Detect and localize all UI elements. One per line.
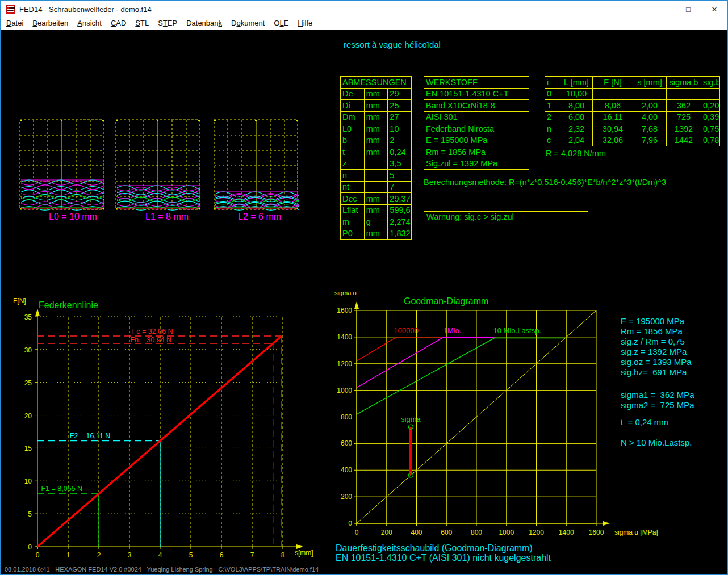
diagram-caption-line2: EN 10151-1.4310 C+T (AISI 301) nicht kug… [336,553,551,563]
spring-drawing-l1 [115,119,200,211]
svg-text:10 Mio.Lastsp.: 10 Mio.Lastsp. [493,326,542,335]
table-header-row: i L [mm] F [N] s [mm] sigma b sig.b/Rm [545,77,720,89]
svg-text:2: 2 [97,551,101,559]
table-row: Dmmm27 [341,111,412,123]
maximize-button[interactable]: □ [675,1,701,18]
table-row: Lflatmm599,6 [341,204,412,216]
svg-text:Goodman-Diagramm: Goodman-Diagramm [404,296,488,306]
drawing-canvas: ressort à vague hélicoïdal L0 = 10 mm L1… [1,30,727,564]
table-row: 26,0016,114,007250,39 [545,111,720,123]
table-row: tmm0,24 [341,146,412,158]
svg-text:35: 35 [24,313,32,321]
svg-text:0: 0 [355,528,359,536]
diagram-caption-line1: Dauerfestigkeitsschaubild (Goodman-Diagr… [336,543,533,553]
dimensions-table: ABMESSUNGEN Demm29 Dimm25 Dmmm27 L0mm10 … [340,76,412,240]
table-row: EN 10151-1.4310 C+T [424,88,529,100]
menu-datei[interactable]: Datei [2,18,28,29]
svg-text:1600: 1600 [337,307,352,314]
table-row: z3,5 [341,158,412,170]
table-row: E = 195000 MPa [424,135,529,146]
svg-text:200: 200 [381,528,392,536]
table-row: Dimm25 [341,100,412,112]
table-row: Rm = 1856 MPa [424,146,529,158]
svg-text:800: 800 [341,413,352,421]
svg-text:200: 200 [341,493,352,501]
menu-datenbank[interactable]: Datenbank [182,18,227,29]
svg-text:sigma o: sigma o [334,289,357,296]
table-row: n5 [341,170,412,182]
spring-rate-value: R = 4,028 N/mm [546,149,606,158]
svg-text:100000: 100000 [394,326,418,335]
page-title: ressort à vague hélicoïdal [344,40,441,49]
svg-text:F1 = 8,055 N: F1 = 8,055 N [41,485,82,493]
svg-text:5: 5 [28,510,32,518]
table-row: Sig.zul = 1392 MPa [424,158,529,170]
table-header-row: ABMESSUNGEN [341,77,412,89]
menu-bearbeiten[interactable]: Bearbeiten [28,18,73,29]
svg-text:800: 800 [471,528,482,536]
table-row: mg2,274 [341,216,412,228]
info-line: N > 10 Mio.Lastsp. [621,438,694,448]
titlebar: FED14 - Schraubenwellfeder - demo.f14 — … [1,1,727,18]
info-line: Rm = 1856 MPa [621,326,694,337]
table-row: Band X10CrNi18-8 [424,100,529,112]
svg-text:sigma: sigma [401,415,421,423]
spring-characteristic-chart: 05101520253035012345678F[N]s[mm]Federken… [6,293,313,561]
svg-text:400: 400 [341,466,352,474]
table-row: AISI 301 [424,111,529,123]
table-header-row: WERKSTOFF [424,77,529,89]
svg-text:6: 6 [220,551,224,559]
menu-dokument[interactable]: Dokument [227,18,269,29]
table-row: n2,3230,947,6813920,75 [545,123,720,135]
spring-drawing-l0 [19,119,104,211]
svg-text:20: 20 [24,412,32,420]
table-row: bmm2 [341,135,412,146]
table-row: L0mm10 [341,123,412,135]
table-row: c2,0432,067,9614420,78 [545,135,720,146]
goodman-diagram-chart: 0200400600800100012001400160002004006008… [333,287,662,540]
table-row: Demm29 [341,88,412,100]
menu-ansicht[interactable]: Ansicht [73,18,106,29]
info-line: sig.z = 1392 MPa [621,347,694,357]
svg-text:7: 7 [250,551,254,559]
table-row: P0mm1,832 [341,228,412,240]
spring-drawing-l2 [214,119,299,211]
svg-text:1Mio.: 1Mio. [443,326,461,335]
svg-text:5: 5 [189,551,193,559]
svg-text:F[N]: F[N] [13,297,26,305]
results-table: i L [mm] F [N] s [mm] sigma b sig.b/Rm 0… [545,76,720,146]
minimize-button[interactable]: — [649,1,675,18]
info-line: sig.z / Rm = 0,75 [621,337,694,347]
svg-text:1200: 1200 [529,528,544,536]
svg-text:400: 400 [411,528,422,536]
info-line: sigma2 = 725 MPa [621,400,694,410]
spring-length-label-1: L1 = 8 mm [145,212,189,222]
svg-text:Fn = 30,94 N: Fn = 30,94 N [130,336,171,344]
menu-ole[interactable]: OLE [269,18,293,29]
svg-text:8: 8 [281,551,285,559]
close-button[interactable]: ✕ [701,1,727,18]
menu-hilfe[interactable]: Hilfe [293,18,317,29]
menu-cad[interactable]: CAD [106,18,131,29]
svg-text:3: 3 [128,551,132,559]
svg-text:1600: 1600 [589,528,604,536]
warning-box: Warnung: sig.c > sig.zul [424,211,588,223]
menu-step[interactable]: STEP [153,18,182,29]
svg-text:600: 600 [441,528,452,536]
menu-stl[interactable]: STL [131,18,153,29]
svg-text:s[mm]: s[mm] [295,549,313,557]
calculation-method: Berechnungsmethode: R=(n*z*0.516-0.456)*… [424,178,666,187]
svg-text:sigma u [MPa]: sigma u [MPa] [614,528,658,536]
table-row: nt7 [341,181,412,193]
svg-text:15: 15 [24,444,32,452]
info-line: sigma1 = 362 MPa [621,390,694,400]
app-window: FED14 - Schraubenwellfeder - demo.f14 — … [0,0,728,575]
svg-text:Federkennlinie: Federkennlinie [39,300,98,310]
material-table: WERKSTOFF EN 10151-1.4310 C+T Band X10Cr… [424,76,529,170]
svg-text:1: 1 [66,551,70,559]
svg-text:0: 0 [36,551,40,559]
svg-text:0: 0 [28,543,32,551]
svg-text:25: 25 [24,379,32,387]
info-line: sig.oz = 1393 MPa [621,357,694,367]
table-row: Federband Nirosta [424,123,529,135]
